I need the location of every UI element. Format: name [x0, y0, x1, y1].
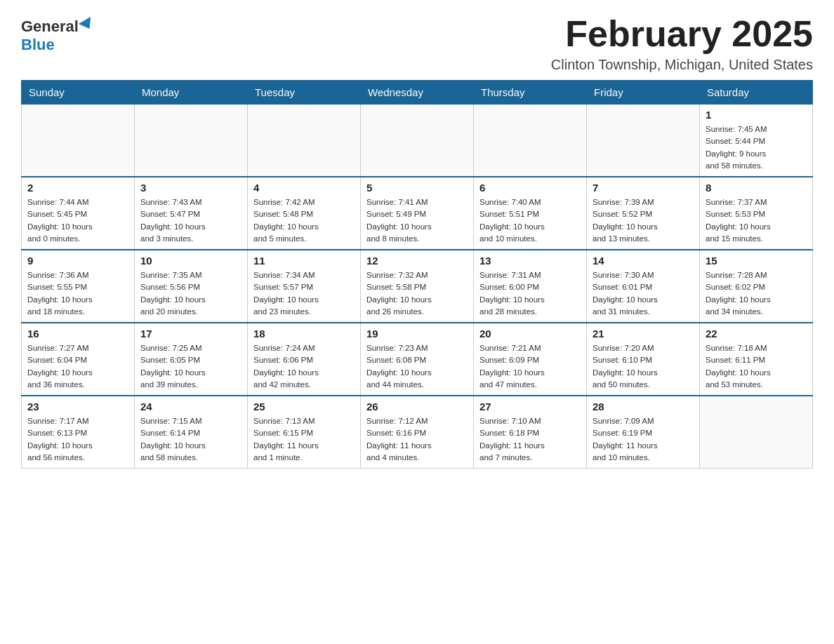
day-number: 24: [140, 401, 241, 412]
calendar-cell: 2Sunrise: 7:44 AM Sunset: 5:45 PM Daylig…: [22, 177, 135, 250]
day-number: 27: [479, 401, 581, 412]
day-info: Sunrise: 7:18 AM Sunset: 6:11 PM Dayligh…: [706, 342, 807, 391]
calendar-cell: [361, 105, 474, 177]
day-info: Sunrise: 7:13 AM Sunset: 6:15 PM Dayligh…: [253, 415, 355, 464]
day-info: Sunrise: 7:40 AM Sunset: 5:51 PM Dayligh…: [479, 196, 581, 245]
calendar-cell: 4Sunrise: 7:42 AM Sunset: 5:48 PM Daylig…: [248, 177, 361, 250]
day-number: 19: [366, 328, 468, 340]
day-info: Sunrise: 7:09 AM Sunset: 6:19 PM Dayligh…: [593, 415, 694, 464]
calendar-cell: 11Sunrise: 7:34 AM Sunset: 5:57 PM Dayli…: [248, 250, 361, 323]
calendar-cell: [700, 396, 813, 469]
calendar-header-tuesday: Tuesday: [248, 81, 361, 105]
day-info: Sunrise: 7:37 AM Sunset: 5:53 PM Dayligh…: [706, 196, 807, 245]
title-block: February 2025 Clinton Township, Michigan…: [551, 14, 813, 73]
calendar-cell: 17Sunrise: 7:25 AM Sunset: 6:05 PM Dayli…: [135, 323, 248, 396]
day-number: 23: [27, 401, 128, 412]
calendar-cell: 24Sunrise: 7:15 AM Sunset: 6:14 PM Dayli…: [135, 396, 248, 469]
day-number: 21: [593, 328, 694, 340]
day-info: Sunrise: 7:30 AM Sunset: 6:01 PM Dayligh…: [593, 269, 694, 318]
day-number: 4: [253, 182, 355, 194]
calendar-header-sunday: Sunday: [22, 81, 135, 105]
day-number: 1: [706, 109, 807, 121]
month-title: February 2025: [551, 14, 813, 54]
calendar-cell: [248, 105, 361, 177]
day-number: 9: [27, 255, 128, 267]
calendar-cell: 7Sunrise: 7:39 AM Sunset: 5:52 PM Daylig…: [587, 177, 700, 250]
calendar-cell: [135, 105, 248, 177]
day-number: 17: [140, 328, 241, 340]
calendar-cell: 13Sunrise: 7:31 AM Sunset: 6:00 PM Dayli…: [474, 250, 587, 323]
day-number: 16: [27, 328, 128, 340]
day-info: Sunrise: 7:32 AM Sunset: 5:58 PM Dayligh…: [366, 269, 468, 318]
calendar-cell: 15Sunrise: 7:28 AM Sunset: 6:02 PM Dayli…: [700, 250, 813, 323]
logo-blue-text: Blue: [21, 36, 55, 54]
day-number: 12: [366, 255, 468, 267]
calendar-cell: 3Sunrise: 7:43 AM Sunset: 5:47 PM Daylig…: [135, 177, 248, 250]
logo-arrow-icon: [79, 17, 95, 32]
calendar-header-friday: Friday: [587, 81, 700, 105]
day-info: Sunrise: 7:42 AM Sunset: 5:48 PM Dayligh…: [253, 196, 355, 245]
day-info: Sunrise: 7:15 AM Sunset: 6:14 PM Dayligh…: [140, 415, 241, 464]
calendar-cell: 28Sunrise: 7:09 AM Sunset: 6:19 PM Dayli…: [587, 396, 700, 469]
calendar-cell: 1Sunrise: 7:45 AM Sunset: 5:44 PM Daylig…: [700, 105, 813, 177]
calendar-week-row: 16Sunrise: 7:27 AM Sunset: 6:04 PM Dayli…: [22, 323, 813, 396]
calendar-cell: 5Sunrise: 7:41 AM Sunset: 5:49 PM Daylig…: [361, 177, 474, 250]
calendar-header-row: SundayMondayTuesdayWednesdayThursdayFrid…: [22, 81, 813, 105]
day-info: Sunrise: 7:27 AM Sunset: 6:04 PM Dayligh…: [27, 342, 128, 391]
day-info: Sunrise: 7:41 AM Sunset: 5:49 PM Dayligh…: [366, 196, 468, 245]
day-number: 3: [140, 182, 241, 194]
day-info: Sunrise: 7:10 AM Sunset: 6:18 PM Dayligh…: [479, 415, 581, 464]
calendar-week-row: 9Sunrise: 7:36 AM Sunset: 5:55 PM Daylig…: [22, 250, 813, 323]
calendar-header-wednesday: Wednesday: [361, 81, 474, 105]
calendar-cell: [587, 105, 700, 177]
day-info: Sunrise: 7:25 AM Sunset: 6:05 PM Dayligh…: [140, 342, 241, 391]
day-info: Sunrise: 7:45 AM Sunset: 5:44 PM Dayligh…: [706, 123, 807, 172]
calendar-cell: 26Sunrise: 7:12 AM Sunset: 6:16 PM Dayli…: [361, 396, 474, 469]
calendar-cell: 12Sunrise: 7:32 AM Sunset: 5:58 PM Dayli…: [361, 250, 474, 323]
logo-general-text: General: [21, 18, 79, 36]
day-number: 10: [140, 255, 241, 267]
day-info: Sunrise: 7:36 AM Sunset: 5:55 PM Dayligh…: [27, 269, 128, 318]
day-info: Sunrise: 7:21 AM Sunset: 6:09 PM Dayligh…: [479, 342, 581, 391]
calendar-cell: 20Sunrise: 7:21 AM Sunset: 6:09 PM Dayli…: [474, 323, 587, 396]
day-number: 20: [479, 328, 581, 340]
calendar-cell: 19Sunrise: 7:23 AM Sunset: 6:08 PM Dayli…: [361, 323, 474, 396]
calendar-table: SundayMondayTuesdayWednesdayThursdayFrid…: [21, 80, 813, 469]
day-info: Sunrise: 7:20 AM Sunset: 6:10 PM Dayligh…: [593, 342, 694, 391]
calendar-cell: 8Sunrise: 7:37 AM Sunset: 5:53 PM Daylig…: [700, 177, 813, 250]
calendar-cell: 21Sunrise: 7:20 AM Sunset: 6:10 PM Dayli…: [587, 323, 700, 396]
day-info: Sunrise: 7:43 AM Sunset: 5:47 PM Dayligh…: [140, 196, 241, 245]
page-header: General Blue February 2025 Clinton Towns…: [21, 14, 813, 73]
day-number: 22: [706, 328, 807, 340]
calendar-header-thursday: Thursday: [474, 81, 587, 105]
day-number: 13: [479, 255, 581, 267]
day-info: Sunrise: 7:17 AM Sunset: 6:13 PM Dayligh…: [27, 415, 128, 464]
day-info: Sunrise: 7:31 AM Sunset: 6:00 PM Dayligh…: [479, 269, 581, 318]
day-number: 14: [593, 255, 694, 267]
day-info: Sunrise: 7:35 AM Sunset: 5:56 PM Dayligh…: [140, 269, 241, 318]
calendar-cell: 14Sunrise: 7:30 AM Sunset: 6:01 PM Dayli…: [587, 250, 700, 323]
day-info: Sunrise: 7:28 AM Sunset: 6:02 PM Dayligh…: [706, 269, 807, 318]
day-number: 25: [253, 401, 355, 412]
calendar-cell: 23Sunrise: 7:17 AM Sunset: 6:13 PM Dayli…: [22, 396, 135, 469]
calendar-header-monday: Monday: [135, 81, 248, 105]
location-title: Clinton Township, Michigan, United State…: [551, 57, 813, 73]
day-number: 11: [253, 255, 355, 267]
calendar-cell: [22, 105, 135, 177]
calendar-cell: [474, 105, 587, 177]
day-number: 15: [706, 255, 807, 267]
calendar-cell: 18Sunrise: 7:24 AM Sunset: 6:06 PM Dayli…: [248, 323, 361, 396]
calendar-week-row: 2Sunrise: 7:44 AM Sunset: 5:45 PM Daylig…: [22, 177, 813, 250]
calendar-cell: 16Sunrise: 7:27 AM Sunset: 6:04 PM Dayli…: [22, 323, 135, 396]
day-info: Sunrise: 7:24 AM Sunset: 6:06 PM Dayligh…: [253, 342, 355, 391]
day-number: 6: [479, 182, 581, 194]
day-info: Sunrise: 7:34 AM Sunset: 5:57 PM Dayligh…: [253, 269, 355, 318]
day-number: 28: [593, 401, 694, 412]
day-number: 2: [27, 182, 128, 194]
day-number: 8: [706, 182, 807, 194]
calendar-cell: 27Sunrise: 7:10 AM Sunset: 6:18 PM Dayli…: [474, 396, 587, 469]
calendar-week-row: 1Sunrise: 7:45 AM Sunset: 5:44 PM Daylig…: [22, 105, 813, 177]
day-info: Sunrise: 7:44 AM Sunset: 5:45 PM Dayligh…: [27, 196, 128, 245]
calendar-cell: 22Sunrise: 7:18 AM Sunset: 6:11 PM Dayli…: [700, 323, 813, 396]
calendar-cell: 6Sunrise: 7:40 AM Sunset: 5:51 PM Daylig…: [474, 177, 587, 250]
